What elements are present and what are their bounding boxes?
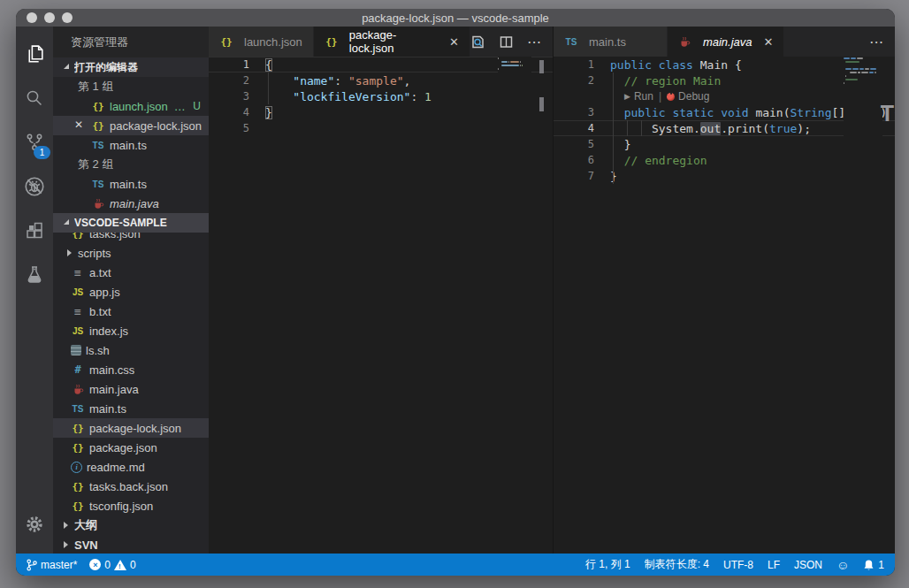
chevron-collapsed-icon (64, 522, 68, 529)
tree-file-item[interactable]: ireadme.md (53, 457, 209, 477)
open-editor-item[interactable]: main.java (53, 194, 209, 213)
tree-file-item[interactable]: ≡b.txt (53, 302, 209, 321)
open-preview-icon[interactable] (470, 34, 485, 50)
editor-group-1-code[interactable]: 1{2 "name": "sample",3 "lockfileVersion"… (209, 57, 553, 554)
section-label: 大纲 (74, 517, 97, 533)
tab-package-lock.json[interactable]: {}package-lock.json✕ (314, 27, 470, 57)
activity-bar: 1 (16, 27, 53, 554)
tree-file-item[interactable]: {}package-lock.json (53, 418, 209, 438)
tab-launch.json[interactable]: {}launch.json (209, 27, 314, 57)
tree-file-item[interactable]: #main.css (53, 360, 209, 379)
activity-explorer-icon[interactable] (16, 32, 53, 76)
js-file-icon: JS (71, 326, 85, 336)
line-number: 4 (209, 106, 249, 118)
activity-source-control-icon[interactable]: 1 (16, 120, 53, 164)
overview-ruler-mark (539, 97, 544, 111)
group2-actions: ⋯ (869, 27, 895, 57)
minimap-mark (845, 68, 852, 70)
titlebar: package-lock.json — vscode-sample (16, 9, 895, 27)
codelens-debug-link[interactable]: Debug (678, 90, 709, 103)
tree-file-item[interactable]: {}tasks.json (53, 233, 209, 243)
traffic-lights (27, 12, 73, 23)
minimap-mark (869, 72, 874, 73)
minimap-line (844, 64, 882, 66)
tab-label: main.ts (589, 35, 626, 49)
tree-file-item[interactable]: main.java (53, 379, 209, 399)
open-editor-item[interactable]: {}launch.json…U (53, 96, 209, 116)
codelens-run-link[interactable]: Run (634, 90, 653, 103)
indent-guide (641, 120, 642, 136)
more-actions-icon[interactable]: ⋯ (869, 34, 884, 50)
cursor-position-status[interactable]: 行 1, 列 1 (585, 557, 630, 572)
minimap[interactable] (844, 57, 882, 554)
notifications-bell[interactable]: 1 (863, 559, 884, 571)
folder-root-header[interactable]: VSCODE-SAMPLE (53, 213, 209, 233)
chevron-expanded-icon (64, 64, 69, 69)
tab-main.java[interactable]: main.java✕ (668, 27, 785, 57)
git-branch-status[interactable]: master* (27, 559, 77, 571)
more-actions-icon[interactable]: ⋯ (527, 34, 542, 50)
scrollbar-overlay-glyph: T (881, 101, 894, 126)
encoding-status[interactable]: UTF-8 (723, 559, 753, 571)
java-file-icon (91, 198, 105, 210)
split-editor-icon[interactable] (499, 34, 514, 50)
ts-file-icon: TS (91, 179, 105, 189)
tree-file-item[interactable]: JSapp.js (53, 282, 209, 302)
editor-group-2-code[interactable]: 1public class Main {2 // region Main▶Run… (554, 57, 895, 554)
line-text: // endregion (594, 154, 707, 167)
minimap-line (844, 67, 882, 70)
eol-status[interactable]: LF (768, 559, 780, 571)
minimap-mark (845, 61, 859, 63)
minimap-mark (850, 72, 857, 73)
minimap-mark (498, 57, 499, 59)
minimap[interactable] (498, 57, 531, 554)
notification-count: 1 (878, 559, 884, 571)
close-editor-icon[interactable]: ✕ (74, 118, 83, 131)
activity-settings-gear-icon[interactable] (16, 502, 53, 546)
activity-search-icon[interactable] (16, 76, 53, 120)
sidebar-section-大纲[interactable]: 大纲 (53, 515, 209, 535)
branch-name: master* (41, 559, 77, 571)
debug-bug-icon (667, 93, 675, 101)
problems-status[interactable]: × 0 ! 0 (89, 559, 135, 571)
activity-debug-disabled-icon[interactable] (16, 164, 53, 209)
tab-size-status[interactable]: 制表符长度: 4 (645, 557, 709, 572)
tree-item-label: app.js (89, 286, 120, 299)
minimize-window-button[interactable] (44, 12, 55, 23)
language-mode-status[interactable]: JSON (794, 559, 822, 571)
minimap-mark (501, 61, 508, 63)
section-label: SVN (74, 538, 98, 552)
line-text: "name": "sample", (249, 74, 410, 88)
tree-file-item[interactable]: {}tsconfig.json (53, 496, 209, 515)
json-file-icon: {} (219, 36, 233, 48)
tree-file-item[interactable]: {}tasks.back.json (53, 477, 209, 496)
open-editor-item[interactable]: TSmain.ts (53, 174, 209, 194)
activity-extensions-icon[interactable] (16, 209, 53, 253)
error-icon: × (89, 559, 101, 570)
feedback-smiley-icon[interactable]: ☺ (836, 558, 849, 572)
activity-test-beaker-icon[interactable] (16, 253, 53, 297)
workbench: 1 资源管理器 打开的编辑器第 1 组{}launch.json…U✕{}pac… (16, 27, 895, 554)
tree-file-item[interactable]: {}package.json (53, 438, 209, 457)
close-window-button[interactable] (27, 12, 37, 23)
tab-main.ts[interactable]: TSmain.ts (554, 27, 668, 57)
tree-file-item[interactable]: ≡a.txt (53, 263, 209, 282)
close-tab-icon[interactable]: ✕ (449, 35, 459, 49)
minimap-line (844, 78, 882, 80)
open-editors-header[interactable]: 打开的编辑器 (53, 57, 209, 77)
sidebar-section-SVN[interactable]: SVN (53, 535, 209, 554)
open-editor-item[interactable]: TSmain.ts (53, 135, 209, 155)
line-text: public class Main { (594, 58, 742, 72)
bell-icon (863, 559, 875, 571)
line-number: 1 (209, 58, 249, 71)
tree-folder-item[interactable]: scripts (53, 243, 209, 263)
tree-file-item[interactable]: ls.sh (53, 340, 209, 360)
folder-root-label: VSCODE-SAMPLE (74, 217, 167, 229)
chevron-expanded-icon (64, 219, 69, 225)
open-editor-item[interactable]: ✕{}package-lock.json (53, 116, 209, 135)
tree-file-item[interactable]: TSmain.ts (53, 399, 209, 418)
tree-file-item[interactable]: JSindex.js (53, 321, 209, 340)
close-tab-icon[interactable]: ✕ (764, 35, 774, 49)
zoom-window-button[interactable] (62, 12, 73, 23)
clipped-row-container: {}tasks.json (53, 233, 209, 243)
